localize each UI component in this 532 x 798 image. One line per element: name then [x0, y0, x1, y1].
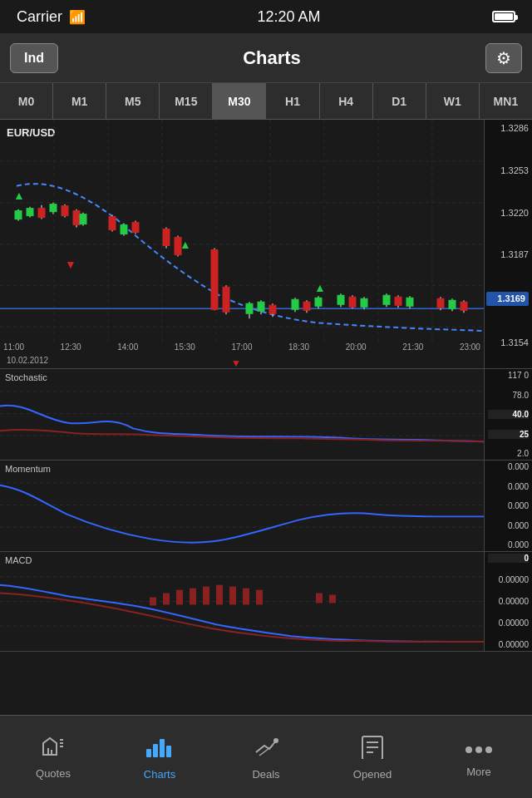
svg-rect-76 [461, 302, 467, 310]
nav-opened-label: Opened [353, 768, 392, 781]
svg-text:▼: ▼ [231, 357, 241, 368]
price-level-4: 1.3187 [486, 249, 529, 260]
main-chart[interactable]: EUR/USD ▲ ▲ ▲ ▼ ▼ [0, 120, 532, 369]
stochastic-panel[interactable]: Stochastic 117 0 78.0 40.0 25 2.0 [0, 369, 532, 461]
svg-rect-74 [449, 300, 456, 308]
svg-rect-103 [146, 749, 151, 757]
svg-rect-88 [176, 590, 183, 605]
svg-text:▲: ▲ [13, 189, 25, 202]
status-bar: Carrier 📶 12:20 AM [0, 0, 532, 33]
tab-m5[interactable]: M5 [106, 83, 160, 119]
gear-icon: ⚙ [496, 48, 511, 68]
svg-point-113 [475, 746, 482, 753]
momentum-axis: 0.000 0.000 0.000 0.000 0.000 [484, 461, 532, 551]
charts-icon [145, 734, 175, 765]
time-axis: 11:00 12:30 14:00 15:30 17:00 18:30 20:0… [0, 342, 484, 352]
wifi-icon: 📶 [69, 9, 86, 25]
carrier-label: Carrier [17, 8, 62, 26]
svg-rect-24 [38, 209, 45, 218]
tab-m1[interactable]: M1 [53, 83, 106, 119]
page-title: Charts [243, 47, 301, 69]
macd-axis: 0 0.00000 0.00000 0.00000 0.00000 [484, 552, 532, 651]
nav-opened[interactable]: Opened [319, 716, 426, 798]
current-price: 1.3169 [486, 292, 529, 306]
tab-m30[interactable]: M30 [213, 83, 266, 119]
time-8: 23:00 [460, 342, 480, 352]
svg-rect-52 [269, 305, 276, 313]
nav-quotes[interactable]: Quotes [0, 716, 106, 798]
time-label: 12:20 AM [257, 8, 320, 26]
svg-rect-89 [190, 589, 196, 605]
nav-charts-label: Charts [144, 768, 175, 781]
stochastic-chart [0, 369, 484, 460]
macd-label: MACD [5, 555, 32, 565]
deals-icon [253, 734, 279, 765]
price-level-1: 1.3286 [486, 123, 529, 134]
svg-rect-64 [361, 298, 367, 307]
tab-m15[interactable]: M15 [160, 83, 213, 119]
svg-rect-54 [292, 299, 298, 309]
svg-rect-95 [316, 594, 323, 603]
svg-rect-50 [258, 302, 264, 311]
svg-rect-104 [153, 744, 158, 757]
svg-rect-30 [73, 211, 80, 225]
momentum-panel[interactable]: Momentum 0.000 0.000 0.000 0.000 0.000 [0, 461, 532, 552]
time-7: 21:30 [402, 342, 423, 352]
tab-mn1[interactable]: MN1 [480, 83, 532, 119]
nav-more[interactable]: More [426, 716, 532, 798]
time-0: 11:00 [3, 342, 24, 352]
nav-quotes-label: Quotes [36, 767, 71, 780]
time-3: 15:30 [175, 342, 195, 352]
ind-button[interactable]: Ind [10, 43, 58, 73]
price-level-3: 1.3220 [486, 208, 529, 219]
time-6: 20:00 [346, 342, 367, 352]
svg-rect-93 [243, 589, 249, 605]
nav-deals-label: Deals [252, 768, 279, 781]
quotes-icon [40, 735, 66, 764]
timeframe-bar: M0 M1 M5 M15 M30 H1 H4 D1 W1 MN1 [0, 83, 532, 120]
stochastic-axis: 117 0 78.0 40.0 25 2.0 [484, 369, 532, 460]
svg-rect-26 [50, 204, 57, 212]
svg-text:▲: ▲ [314, 281, 326, 294]
momentum-chart [0, 461, 484, 551]
bottom-nav: Quotes Charts Deals [0, 715, 532, 798]
svg-rect-48 [246, 303, 253, 313]
svg-rect-20 [15, 211, 22, 219]
svg-rect-36 [121, 225, 127, 234]
tab-m0[interactable]: M0 [0, 83, 53, 119]
svg-rect-92 [229, 587, 236, 605]
svg-rect-105 [160, 739, 165, 757]
nav-more-label: More [466, 766, 491, 778]
svg-rect-106 [166, 746, 171, 757]
svg-text:▼: ▼ [65, 258, 76, 271]
settings-button[interactable]: ⚙ [485, 43, 522, 73]
svg-rect-90 [203, 587, 209, 605]
svg-rect-94 [256, 590, 263, 605]
svg-rect-91 [216, 585, 223, 605]
svg-rect-86 [150, 598, 156, 606]
svg-rect-72 [437, 298, 444, 308]
candlestick-chart: ▲ ▲ ▲ ▼ ▼ [0, 120, 484, 368]
time-1: 12:30 [61, 342, 81, 352]
tab-h4[interactable]: H4 [320, 83, 373, 119]
more-icon [464, 736, 494, 762]
battery-indicator [492, 11, 515, 22]
tab-h1[interactable]: H1 [266, 83, 319, 119]
nav-deals[interactable]: Deals [213, 716, 319, 798]
svg-rect-22 [27, 209, 33, 216]
tab-d1[interactable]: D1 [373, 83, 426, 119]
price-axis: 1.3286 1.3253 1.3220 1.3187 1.3169 1.315… [484, 120, 532, 368]
svg-point-112 [466, 746, 472, 753]
svg-rect-34 [109, 217, 116, 230]
macd-panel[interactable]: MACD 0 0.00000 0.00000 0.00000 0.00000 [0, 552, 532, 652]
svg-rect-96 [329, 595, 336, 603]
tab-w1[interactable]: W1 [426, 83, 480, 119]
time-5: 18:30 [288, 342, 309, 352]
date-label: 10.02.2012 [7, 356, 48, 365]
stochastic-label: Stochastic [5, 372, 47, 382]
svg-rect-46 [223, 287, 229, 312]
svg-rect-56 [303, 302, 310, 310]
svg-point-114 [485, 746, 492, 753]
nav-charts[interactable]: Charts [106, 716, 213, 798]
momentum-label: Momentum [5, 464, 51, 474]
